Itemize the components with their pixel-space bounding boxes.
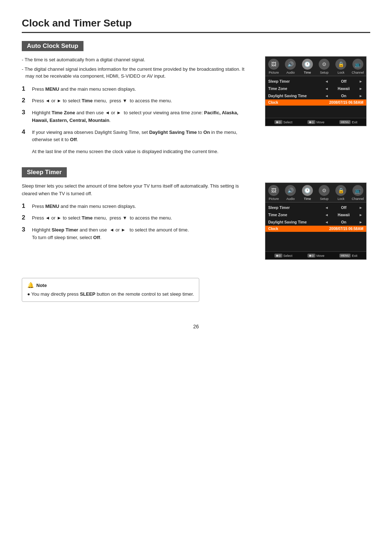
auto-clock-bullet-2: - The digital channel signal includes in…	[22, 66, 254, 80]
auto-clock-extra: At the last line of the menu screen the …	[22, 148, 254, 156]
setup-icon: ⚙	[319, 59, 330, 70]
footer2-select: ◉◎ Select	[274, 254, 293, 258]
note-header: 🔔 Note	[27, 282, 194, 288]
menu-icon-picture: 🖼 Picture	[265, 59, 282, 74]
sleep-timer-screenshot: 🖼 Picture 🔊 Audio 🕐 Time ⚙ Setup	[265, 182, 370, 260]
tv-menu-2: 🖼 Picture 🔊 Audio 🕐 Time ⚙ Setup	[265, 182, 367, 260]
sleep-step-number-3: 3	[22, 226, 28, 233]
menu2-row-sleep: Sleep Timer ◄ Off ►	[265, 204, 366, 211]
auto-clock-header: Auto Clock Setup	[22, 41, 83, 51]
tv-menu-footer-1: ◉◎ Select ◉◎ Move MENU Exit	[265, 118, 366, 126]
channel-icon: 📺	[352, 59, 363, 70]
menu-icon-setup: ⚙ Setup	[316, 59, 332, 74]
menu-icon-channel: 📺 Channel	[350, 59, 366, 74]
tv-menu-rows-2: Sleep Timer ◄ Off ► Time Zone ◄ Hawaii ►…	[265, 202, 366, 251]
audio-icon: 🔊	[285, 59, 296, 70]
sleep-timer-intro: Sleep timer lets you select the amount o…	[22, 182, 254, 198]
menu2-row-clock: Clock 2008/07/15 06:58AM	[265, 226, 366, 232]
menu-row-dst: Daylight Saving Time ◄ On ►	[265, 92, 366, 99]
audio2-icon: 🔊	[285, 185, 296, 196]
note-text: ● You may directly press SLEEP button on…	[27, 291, 194, 298]
note-label: Note	[36, 283, 47, 288]
menu2-row-dst: Daylight Saving Time ◄ On ►	[265, 218, 366, 226]
setup2-icon: ⚙	[319, 185, 330, 196]
tv-menu-footer-2: ◉◎ Select ◉◎ Move MENU Exit	[265, 251, 366, 259]
step-text-3: Highlight Time Zone and then use ◄ or ► …	[32, 109, 254, 124]
sleep-timer-steps: 1 Press MENU and the main menu screen di…	[22, 203, 254, 242]
sleep-step-1: 1 Press MENU and the main menu screen di…	[22, 203, 254, 210]
auto-clock-step-3: 3 Highlight Time Zone and then use ◄ or …	[22, 109, 254, 124]
picture-icon: 🖼	[268, 59, 279, 70]
menu2-icon-setup: ⚙ Setup	[316, 185, 332, 201]
menu-row-clock: Clock 2008/07/15 06:58AM	[265, 99, 366, 106]
step-text-4: If your viewing area observes Daylight S…	[32, 129, 254, 144]
time2-icon: 🕐	[302, 185, 313, 196]
tv-menu-icons-1: 🖼 Picture 🔊 Audio 🕐 Time ⚙ Setup	[265, 57, 366, 76]
auto-clock-bullet-1: - The time is set automatically from a d…	[22, 56, 254, 63]
sleep-timer-header: Sleep Timer	[22, 167, 67, 177]
picture2-icon: 🖼	[268, 185, 279, 196]
sleep-step-number-1: 1	[22, 202, 28, 210]
menu2-icon-channel: 📺 Channel	[350, 185, 366, 201]
menu-row-sleep: Sleep Timer ◄ Off ►	[265, 78, 366, 85]
footer2-exit: MENU Exit	[339, 254, 358, 258]
step-text-1: Press MENU and the main menu screen disp…	[32, 86, 136, 93]
menu2-icon-lock: 🔒 Lock	[332, 185, 349, 201]
sleep-step-text-2: Press ◄ or ► to select Time menu, press …	[32, 214, 172, 222]
lock2-icon: 🔒	[335, 185, 346, 196]
menu2-icon-picture: 🖼 Picture	[265, 185, 282, 201]
page-number: 26	[22, 324, 370, 329]
sleep-timer-body: Sleep timer lets you select the amount o…	[22, 182, 370, 260]
sleep-step-text-3: Highlight Sleep Timer and then use ◄ or …	[32, 226, 189, 242]
channel2-icon: 📺	[352, 185, 363, 196]
footer-exit: MENU Exit	[339, 120, 358, 124]
footer-select: ◉◎ Select	[274, 120, 293, 124]
sleep-timer-section: Sleep Timer Sleep timer lets you select …	[22, 167, 370, 302]
sleep-step-number-2: 2	[22, 214, 28, 221]
menu-row-timezone: Time Zone ◄ Hawaii ►	[265, 85, 366, 92]
time-icon: 🕐	[302, 59, 313, 70]
sleep-step-text-1: Press MENU and the main menu screen disp…	[32, 203, 136, 210]
sleep-timer-text: Sleep timer lets you select the amount o…	[22, 182, 254, 260]
auto-clock-step-4: 4 If your viewing area observes Daylight…	[22, 129, 254, 144]
step-number-2: 2	[22, 97, 28, 104]
sleep-step-2: 2 Press ◄ or ► to select Time menu, pres…	[22, 214, 254, 222]
auto-clock-steps: 1 Press MENU and the main menu screen di…	[22, 86, 254, 144]
footer-move: ◉◎ Move	[307, 120, 324, 124]
note-icon: 🔔	[27, 282, 34, 288]
menu2-row-timezone: Time Zone ◄ Hawaii ►	[265, 211, 366, 218]
menu2-icon-audio: 🔊 Audio	[282, 185, 299, 201]
step-number-4: 4	[22, 128, 28, 136]
menu-icon-audio: 🔊 Audio	[282, 59, 299, 74]
auto-clock-bullets: - The time is set automatically from a d…	[22, 56, 254, 80]
auto-clock-screenshot: 🖼 Picture 🔊 Audio 🕐 Time ⚙ Setup	[265, 56, 370, 156]
auto-clock-body: - The time is set automatically from a d…	[22, 56, 370, 156]
sleep-step-3: 3 Highlight Sleep Timer and then use ◄ o…	[22, 226, 254, 242]
auto-clock-step-1: 1 Press MENU and the main menu screen di…	[22, 86, 254, 93]
menu-icon-time: 🕐 Time	[299, 59, 316, 74]
auto-clock-step-2: 2 Press ◄ or ► to select Time menu, pres…	[22, 97, 254, 105]
note-box: 🔔 Note ● You may directly press SLEEP bu…	[22, 278, 199, 302]
step-number-3: 3	[22, 109, 28, 116]
menu-icon-lock: 🔒 Lock	[332, 59, 349, 74]
tv-menu-icons-2: 🖼 Picture 🔊 Audio 🕐 Time ⚙ Setup	[265, 183, 366, 202]
step-number-1: 1	[22, 85, 28, 93]
tv-menu-rows-1: Sleep Timer ◄ Off ► Time Zone ◄ Hawaii ►…	[265, 76, 366, 118]
page-title: Clock and Timer Setup	[22, 17, 370, 33]
step-text-2: Press ◄ or ► to select Time menu, press …	[32, 97, 172, 105]
menu2-icon-time: 🕐 Time	[299, 185, 316, 201]
auto-clock-text: - The time is set automatically from a d…	[22, 56, 254, 156]
tv-menu-1: 🖼 Picture 🔊 Audio 🕐 Time ⚙ Setup	[265, 56, 367, 126]
auto-clock-section: Auto Clock Setup - The time is set autom…	[22, 41, 370, 156]
lock-icon: 🔒	[335, 59, 346, 70]
footer2-move: ◉◎ Move	[307, 254, 324, 258]
